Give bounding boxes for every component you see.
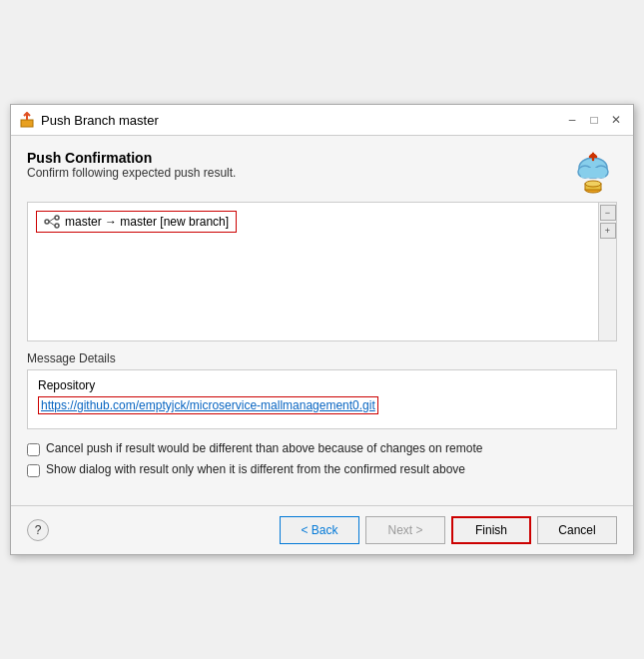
- branch-network-icon: [44, 215, 60, 229]
- next-button[interactable]: Next >: [365, 516, 445, 544]
- svg-point-9: [55, 216, 59, 220]
- cancel-push-label: Cancel push if result would be different…: [46, 441, 482, 455]
- minimize-button[interactable]: –: [563, 111, 581, 129]
- title-bar: Push Branch master – □ ✕: [11, 105, 633, 136]
- branch-entry: master → master [new branch]: [36, 211, 237, 233]
- cancel-push-row: Cancel push if result would be different…: [27, 441, 617, 456]
- svg-line-12: [49, 222, 55, 226]
- scroll-plus-button[interactable]: +: [600, 223, 616, 239]
- title-bar-controls: – □ ✕: [563, 111, 625, 129]
- show-dialog-checkbox[interactable]: [27, 464, 40, 477]
- message-details-section: Message Details Repository https://githu…: [27, 351, 617, 429]
- branch-panel-inner: master → master [new branch]: [28, 203, 616, 241]
- window-title: Push Branch master: [41, 113, 159, 128]
- title-icon: [19, 112, 35, 128]
- svg-point-10: [55, 224, 59, 228]
- svg-point-7: [585, 181, 601, 187]
- scroll-minus-button[interactable]: −: [600, 205, 616, 221]
- show-dialog-row: Show dialog with result only when it is …: [27, 462, 617, 477]
- title-bar-left: Push Branch master: [19, 112, 159, 128]
- checkboxes-section: Cancel push if result would be different…: [27, 441, 617, 477]
- push-cloud-icon: [573, 152, 613, 196]
- back-button[interactable]: < Back: [280, 516, 359, 544]
- maximize-button[interactable]: □: [585, 111, 603, 129]
- push-branch-dialog: Push Branch master – □ ✕ Push Confirmati…: [10, 104, 634, 555]
- branch-panel-scrollbar: − +: [598, 203, 616, 340]
- finish-button[interactable]: Finish: [451, 516, 531, 544]
- close-button[interactable]: ✕: [607, 111, 625, 129]
- svg-line-11: [49, 218, 55, 222]
- footer-buttons: < Back Next > Finish Cancel: [280, 516, 617, 544]
- repo-label: Repository: [38, 378, 606, 392]
- page-title: Push Confirmation: [27, 150, 236, 166]
- header-row: Push Confirmation Confirm following expe…: [27, 150, 617, 198]
- help-button[interactable]: ?: [27, 519, 49, 541]
- svg-rect-4: [581, 168, 605, 178]
- main-content: Push Confirmation Confirm following expe…: [11, 136, 633, 493]
- branch-panel: master → master [new branch] − +: [27, 202, 617, 341]
- cancel-button[interactable]: Cancel: [537, 516, 617, 544]
- footer-left: ?: [27, 519, 49, 541]
- repo-url-link[interactable]: https://github.com/emptyjck/microservice…: [38, 396, 378, 414]
- repo-box: Repository https://github.com/emptyjck/m…: [27, 369, 617, 429]
- branch-label: master → master [new branch]: [65, 215, 229, 229]
- push-icon: [569, 150, 617, 198]
- cancel-push-checkbox[interactable]: [27, 443, 40, 456]
- svg-point-8: [45, 220, 49, 224]
- footer: ? < Back Next > Finish Cancel: [11, 505, 633, 554]
- subtitle: Confirm following expected push result.: [27, 166, 236, 180]
- show-dialog-label: Show dialog with result only when it is …: [46, 462, 465, 476]
- header-text: Push Confirmation Confirm following expe…: [27, 150, 236, 190]
- message-details-label: Message Details: [27, 351, 617, 365]
- svg-rect-0: [21, 120, 33, 127]
